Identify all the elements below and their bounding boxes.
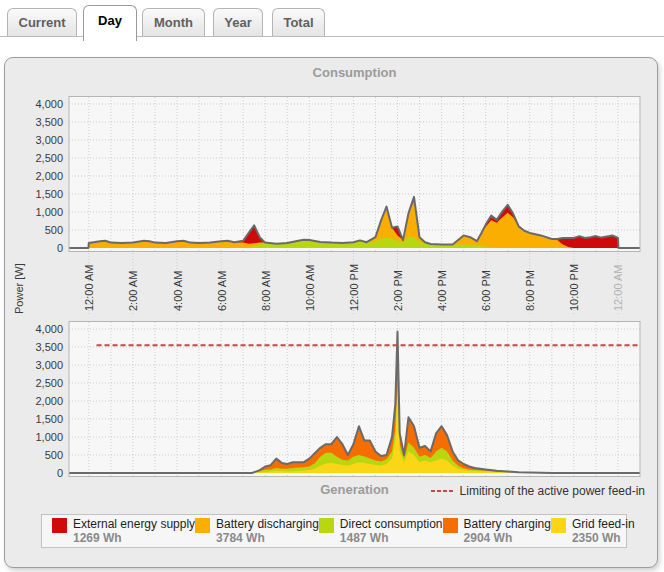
svg-text:12:00 AM: 12:00 AM bbox=[83, 265, 95, 311]
svg-text:2,000: 2,000 bbox=[35, 170, 63, 182]
svg-text:10:00 AM: 10:00 AM bbox=[304, 265, 316, 311]
generation-footer-row: Generation Limiting of the active power … bbox=[5, 482, 657, 502]
energy-legend: External energy supply1269 WhBattery dis… bbox=[41, 514, 627, 548]
svg-text:6:00 PM: 6:00 PM bbox=[480, 270, 492, 311]
consumption-chart: 4,0003,5003,0002,5002,0001,5001,0005000 bbox=[9, 96, 649, 252]
svg-text:2,500: 2,500 bbox=[35, 152, 63, 164]
power-axis-label: Power [W] bbox=[13, 263, 25, 314]
svg-text:500: 500 bbox=[45, 449, 63, 461]
svg-text:3,500: 3,500 bbox=[35, 341, 63, 353]
generation-chart: 4,0003,5003,0002,5002,0001,5001,0005000 bbox=[9, 321, 649, 477]
legend-item: Battery discharging3784 Wh bbox=[195, 517, 319, 546]
limit-line-annotation: Limiting of the active power feed-in bbox=[431, 484, 645, 498]
svg-text:8:00 PM: 8:00 PM bbox=[524, 270, 536, 311]
consumption-chart-title: Consumption bbox=[69, 65, 640, 80]
legend-label: Battery discharging bbox=[216, 517, 319, 531]
tab-current[interactable]: Current bbox=[7, 8, 77, 36]
svg-text:1,500: 1,500 bbox=[35, 413, 63, 425]
tab-day[interactable]: Day bbox=[83, 5, 137, 41]
svg-text:4:00 AM: 4:00 AM bbox=[172, 271, 184, 311]
svg-text:4,000: 4,000 bbox=[35, 323, 63, 335]
legend-color-swatch bbox=[319, 518, 334, 533]
svg-text:12:00 PM: 12:00 PM bbox=[348, 264, 360, 311]
svg-text:4,000: 4,000 bbox=[35, 98, 63, 110]
limit-line-dash-icon bbox=[431, 488, 453, 494]
limit-line-label: Limiting of the active power feed-in bbox=[460, 484, 645, 498]
tab-year[interactable]: Year bbox=[213, 8, 263, 36]
legend-value: 2904 Wh bbox=[464, 531, 551, 545]
tab-month[interactable]: Month bbox=[142, 8, 205, 36]
legend-label: Direct consumption bbox=[340, 517, 443, 531]
legend-label: Grid feed-in bbox=[572, 517, 635, 531]
svg-text:3,500: 3,500 bbox=[35, 116, 63, 128]
svg-text:3,000: 3,000 bbox=[35, 359, 63, 371]
legend-item: Battery charging2904 Wh bbox=[443, 517, 551, 546]
legend-value: 1487 Wh bbox=[340, 531, 443, 545]
svg-text:10:00 PM: 10:00 PM bbox=[568, 264, 580, 311]
legend-label: External energy supply bbox=[73, 517, 195, 531]
legend-item: External energy supply1269 Wh bbox=[52, 517, 195, 546]
legend-item: Grid feed-in2350 Wh bbox=[551, 517, 635, 546]
svg-text:2,000: 2,000 bbox=[35, 395, 63, 407]
legend-color-swatch bbox=[443, 518, 458, 533]
svg-text:6:00 AM: 6:00 AM bbox=[216, 271, 228, 311]
tab-bar: CurrentDayMonthYearTotal bbox=[0, 0, 664, 42]
svg-text:500: 500 bbox=[45, 224, 63, 236]
svg-text:1,000: 1,000 bbox=[35, 206, 63, 218]
svg-text:2:00 PM: 2:00 PM bbox=[392, 270, 404, 311]
tab-total[interactable]: Total bbox=[272, 8, 325, 36]
legend-label: Battery charging bbox=[464, 517, 551, 531]
legend-color-swatch bbox=[195, 518, 210, 533]
legend-value: 2350 Wh bbox=[572, 531, 635, 545]
legend-value: 3784 Wh bbox=[216, 531, 319, 545]
svg-text:2:00 AM: 2:00 AM bbox=[127, 271, 139, 311]
time-axis-strip: 12:00 AM2:00 AM4:00 AM6:00 AM8:00 AM10:0… bbox=[9, 253, 649, 315]
svg-text:0: 0 bbox=[57, 467, 63, 477]
legend-value: 1269 Wh bbox=[73, 531, 195, 545]
svg-text:4:00 PM: 4:00 PM bbox=[436, 270, 448, 311]
svg-text:2,500: 2,500 bbox=[35, 377, 63, 389]
svg-text:1,500: 1,500 bbox=[35, 188, 63, 200]
energy-balance-panel: Consumption 4,0003,5003,0002,5002,0001,5… bbox=[4, 57, 658, 568]
svg-text:8:00 AM: 8:00 AM bbox=[260, 271, 272, 311]
legend-color-swatch bbox=[52, 518, 67, 533]
svg-text:3,000: 3,000 bbox=[35, 134, 63, 146]
svg-text:0: 0 bbox=[57, 242, 63, 252]
legend-item: Direct consumption1487 Wh bbox=[319, 517, 443, 546]
legend-color-swatch bbox=[551, 518, 566, 533]
svg-text:12:00 AM: 12:00 AM bbox=[612, 265, 624, 311]
svg-text:1,000: 1,000 bbox=[35, 431, 63, 443]
